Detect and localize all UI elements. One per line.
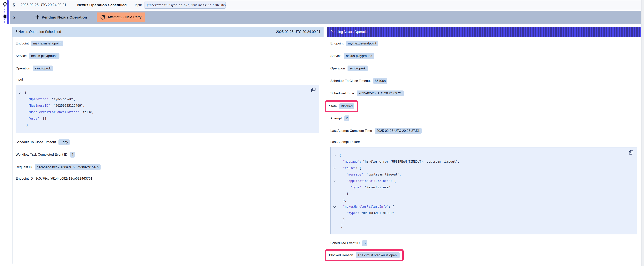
- json-line: {: [16, 90, 315, 96]
- retry-badge-label: Attempt 2 · Next Retry: [108, 15, 141, 19]
- pending-service-label: Service: [330, 54, 342, 58]
- scheduled-event-id-row: Scheduled Event ID 5: [330, 240, 641, 246]
- left-panel-header: 5 Nexus Operation Scheduled 2025-02-25 U…: [12, 27, 324, 37]
- event-timestamp: 2025-02-25 UTC 20:24:09.21: [21, 3, 66, 7]
- pending-event-id-link[interactable]: 5: [13, 15, 15, 19]
- blocked-reason-value-badge: The circuit breaker is open.: [356, 252, 400, 258]
- json-punctuation: :: [360, 160, 363, 163]
- json-key: "cause": [339, 166, 356, 170]
- json-punctuation: :: [39, 117, 43, 120]
- endpoint-value-badge: my-nexus-endpoint: [31, 41, 63, 46]
- state-value-badge: Blocked: [339, 103, 354, 109]
- json-value: []: [43, 117, 46, 120]
- endpoint-label: Endpoint: [16, 42, 29, 46]
- schedule-to-close-row: Schedule To Close Timeout 1 day: [16, 139, 324, 145]
- timeline-dot-core: [4, 15, 6, 18]
- workflow-task-completed-label: Workflow Task Completed Event ID: [16, 153, 68, 157]
- attempt-value-badge: 2: [344, 115, 349, 121]
- json-line: "type": "UPSTREAM_TIMEOUT": [331, 210, 633, 216]
- json-line: {: [331, 152, 633, 159]
- json-line: "Operation": "sync-op-ok",: [16, 96, 315, 103]
- collapse-chevron-icon[interactable]: [333, 167, 336, 169]
- request-id-value-badge: b1c6a4bc-8ee7-468a-9169-df3b02c8737b: [35, 164, 100, 170]
- json-punctuation: :: [48, 98, 52, 101]
- pending-schedule-to-close-label: Schedule To Close Timeout: [330, 79, 371, 83]
- json-key: "type": [339, 186, 361, 189]
- json-line: },: [331, 197, 633, 204]
- last-attempt-complete-time-value-badge: 2025-02-25 UTC 20:25:27.51: [375, 128, 422, 134]
- json-punctuation: :: [79, 110, 83, 114]
- json-punctuation: }: [24, 123, 28, 127]
- scheduled-time-row: Scheduled Time 2025-02-25 UTC 20:24:09.2…: [330, 91, 641, 96]
- json-key: "nexusHandlerFailureInfo": [339, 205, 388, 208]
- json-punctuation: }: [339, 224, 343, 228]
- endpoint-row: Endpoint my-nexus-endpoint: [16, 41, 324, 46]
- request-id-label: Request ID: [16, 165, 32, 169]
- pending-panel-header: Pending Nexus Operation: [327, 27, 641, 37]
- json-value: false,: [83, 110, 94, 114]
- json-punctuation: :: [363, 173, 367, 176]
- json-line: "nexusHandlerFailureInfo": {: [331, 204, 633, 210]
- last-attempt-failure-label: Last Attempt Failure: [330, 140, 641, 144]
- scheduled-time-value-badge: 2025-02-25 UTC 20:24:09.21: [357, 91, 404, 96]
- collapse-chevron-icon[interactable]: [18, 92, 21, 94]
- json-value: "handler error (UPSTREAM_TIMEOUT): upstr…: [363, 160, 460, 163]
- json-punctuation: : {: [388, 205, 394, 208]
- pending-title: Pending Nexus Operation: [42, 15, 87, 20]
- timeline-current-dot-icon: [3, 15, 7, 19]
- json-line: "type": "NexusFailure": [331, 184, 633, 191]
- pending-service-row: Service nexus-playground: [330, 53, 641, 59]
- json-value: "upstream timeout",: [367, 173, 401, 176]
- json-line: "message": "handler error (UPSTREAM_TIME…: [331, 159, 633, 165]
- json-line: "BusinessID": "20250225122409",: [16, 103, 315, 109]
- last-attempt-complete-time-label: Last Attempt Complete Time: [330, 129, 372, 133]
- service-row: Service nexus-playground: [16, 53, 324, 59]
- pending-operation-value-badge: sync-op-ok: [348, 66, 368, 71]
- json-value: "NexusFailure": [365, 186, 390, 189]
- state-label: State: [329, 104, 337, 108]
- collapse-chevron-icon[interactable]: [333, 180, 336, 182]
- pending-schedule-to-close-value-badge: 86400s: [373, 78, 387, 84]
- last-attempt-complete-time-row: Last Attempt Complete Time 2025-02-25 UT…: [330, 128, 641, 134]
- collapse-chevron-icon[interactable]: [333, 154, 336, 156]
- pending-endpoint-value-badge: my-nexus-endpoint: [346, 41, 378, 46]
- json-line: "applicationFailureInfo": {: [331, 178, 633, 184]
- service-label: Service: [16, 54, 27, 58]
- input-preview-chip[interactable]: {"Operation":"sync-op-ok","BusinessID":"…: [144, 2, 226, 9]
- json-line: "message": "upstream timeout",: [331, 171, 633, 178]
- event-row-scheduled[interactable]: 5 2025-02-25 UTC 20:24:09.21 Nexus Opera…: [10, 1, 641, 10]
- scheduled-event-id-value-badge: 5: [362, 240, 367, 246]
- workflow-task-completed-row: Workflow Task Completed Event ID 4: [16, 152, 324, 158]
- endpoint-id-link[interactable]: 3c0c75ccfa8144b092c13ce632463761: [36, 177, 92, 181]
- page-left-border: [0, 0, 0, 266]
- json-punctuation: {: [24, 91, 26, 95]
- retry-icon: [100, 15, 105, 20]
- json-value: "sync-op-ok",: [52, 98, 76, 101]
- json-key: "applicationFailureInfo": [339, 179, 390, 183]
- json-punctuation: {: [339, 153, 341, 157]
- event-id-link[interactable]: 5: [13, 3, 15, 7]
- pending-endpoint-row: Endpoint my-nexus-endpoint: [330, 41, 641, 46]
- json-punctuation: :: [50, 104, 54, 107]
- pending-service-value-badge: nexus-playground: [344, 53, 374, 59]
- json-punctuation: }: [339, 218, 345, 221]
- endpoint-id-label: Endpoint ID: [16, 177, 33, 181]
- vertical-scrollbar[interactable]: [641, 0, 644, 266]
- json-line: "Args": []: [16, 115, 315, 122]
- json-punctuation: :: [358, 211, 361, 215]
- input-label: Input: [135, 3, 142, 7]
- json-line: }: [331, 216, 633, 223]
- json-value: "20250225122409",: [54, 104, 84, 107]
- json-key: "HandlerWaitForCancellation": [24, 110, 79, 114]
- event-row-pending[interactable]: 5 Pending Nexus Operation Attempt 2 · Ne…: [10, 11, 641, 24]
- schedule-to-close-value-badge: 1 day: [58, 139, 70, 145]
- workflow-task-completed-value-badge: 4: [70, 152, 75, 158]
- json-value: "UPSTREAM_TIMEOUT": [361, 211, 394, 215]
- collapse-chevron-icon[interactable]: [333, 205, 336, 208]
- input-section-label: Input: [16, 78, 324, 82]
- event-title: Nexus Operation Scheduled: [77, 3, 126, 7]
- selected-event-indicator-bar: [7, 1, 8, 24]
- json-line: "cause": {: [331, 165, 633, 171]
- attempt-label: Attempt: [330, 116, 342, 120]
- json-key: "message": [339, 173, 363, 176]
